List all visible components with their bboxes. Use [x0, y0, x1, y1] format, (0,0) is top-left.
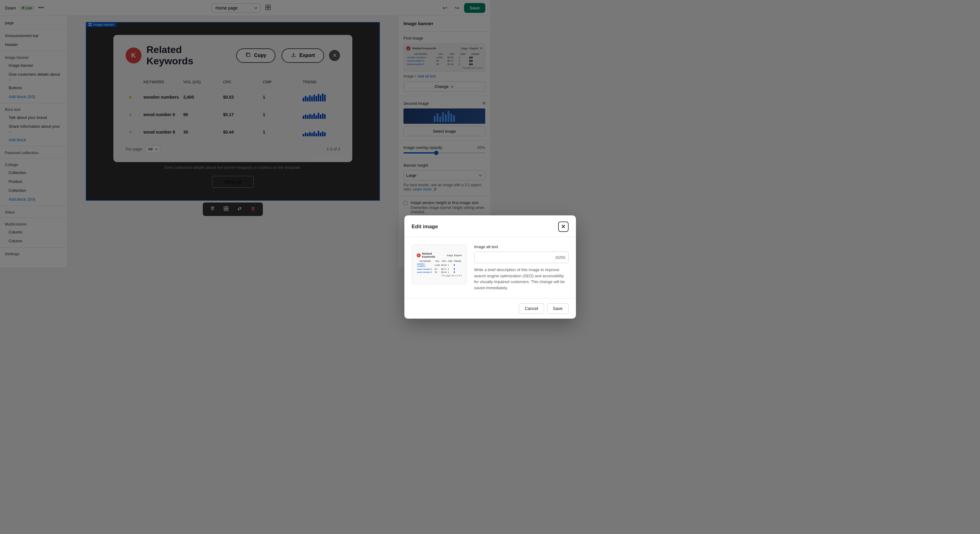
modal-body: K Related Keywords Copy Export KEYWORDVO… — [404, 237, 490, 267]
modal-right: Image alt text 0/255 Write a brief descr… — [474, 245, 490, 267]
modal-alt-input[interactable] — [474, 251, 490, 263]
modal-field-label: Image alt text — [474, 245, 490, 249]
modal-alt-input-wrapper: 0/255 — [474, 251, 490, 263]
modal-header: Edit image ✕ — [404, 215, 490, 237]
modal-thumb-logo: K — [417, 253, 421, 257]
modal-image-preview: K Related Keywords Copy Export KEYWORDVO… — [412, 245, 467, 267]
modal-overlay: Edit image ✕ K Related Keywords Copy Exp… — [0, 0, 490, 267]
modal-title: Edit image — [412, 224, 438, 230]
edit-image-modal: Edit image ✕ K Related Keywords Copy Exp… — [404, 215, 490, 267]
